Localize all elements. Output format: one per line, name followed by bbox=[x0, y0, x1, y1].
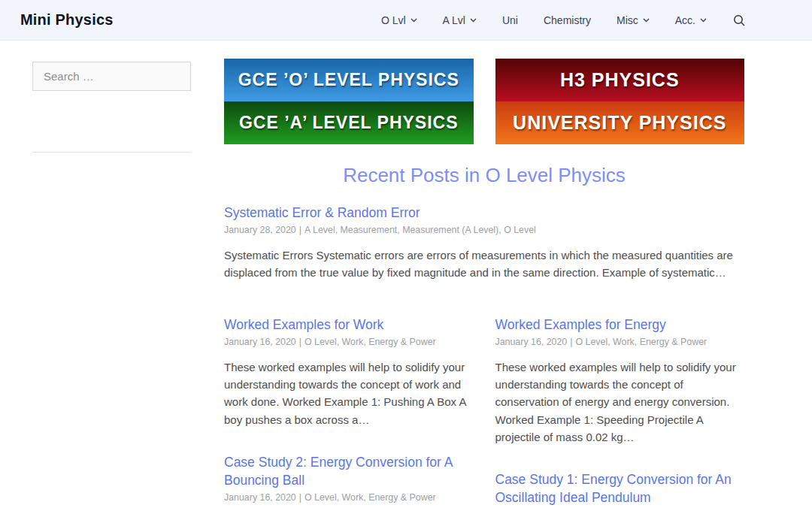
banner-gce-a-level-physics[interactable]: GCE ’A’ LEVEL PHYSICS bbox=[224, 101, 474, 144]
nav-item-label: Chemistry bbox=[544, 14, 591, 26]
post-meta: January 28, 2020|A Level, Measurement, M… bbox=[224, 225, 744, 235]
post-card: Systematic Error & Random Error January … bbox=[224, 204, 744, 282]
post-columns: Worked Examples for Work January 16, 202… bbox=[224, 291, 744, 511]
post-excerpt: These worked examples will help to solid… bbox=[224, 358, 474, 428]
meta-separator: | bbox=[296, 492, 304, 503]
nav-item-label: Uni bbox=[502, 14, 518, 26]
post-date: January 28, 2020 bbox=[224, 225, 296, 235]
post-title-link[interactable]: Worked Examples for Energy bbox=[495, 316, 745, 334]
post-meta: January 16, 2020|O Level, Work, Energy &… bbox=[224, 337, 474, 347]
nav-item-misc[interactable]: Misc bbox=[617, 14, 650, 26]
nav-item-acc[interactable]: Acc. bbox=[675, 14, 707, 26]
chevron-down-icon bbox=[411, 18, 417, 23]
meta-separator: | bbox=[296, 337, 304, 347]
nav-item-a-lvl[interactable]: A Lvl bbox=[443, 14, 477, 26]
main-content: GCE ’O’ LEVEL PHYSICS GCE ’A’ LEVEL PHYS… bbox=[224, 41, 744, 511]
post-date: January 16, 2020 bbox=[224, 337, 296, 347]
site-title[interactable]: Mini Physics bbox=[20, 11, 114, 29]
nav-item-label: O Lvl bbox=[381, 14, 406, 26]
post-column-right: Worked Examples for Energy January 16, 2… bbox=[495, 291, 745, 511]
post-categories[interactable]: O Level, Work, Energy & Power bbox=[575, 337, 707, 347]
banner-gce-o-level-physics[interactable]: GCE ’O’ LEVEL PHYSICS bbox=[224, 59, 474, 101]
banner-h3-physics[interactable]: H3 PHYSICS bbox=[495, 59, 745, 101]
nav-item-uni[interactable]: Uni bbox=[502, 14, 518, 26]
banner-h3-university-physics[interactable]: H3 PHYSICS UNIVERSITY PHYSICS bbox=[495, 59, 745, 144]
post-excerpt: These worked examples will help to solid… bbox=[495, 358, 745, 446]
post-title-link[interactable]: Worked Examples for Work bbox=[224, 316, 474, 334]
site-header: Mini Physics O Lvl A Lvl Uni Chemistry M… bbox=[0, 0, 812, 41]
banner-row: GCE ’O’ LEVEL PHYSICS GCE ’A’ LEVEL PHYS… bbox=[224, 59, 744, 144]
main-nav: O Lvl A Lvl Uni Chemistry Misc Acc. bbox=[381, 14, 746, 27]
chevron-down-icon bbox=[700, 18, 707, 23]
post-meta: January 16, 2020|O Level, Work, Energy &… bbox=[495, 337, 745, 347]
post-title-link[interactable]: Systematic Error & Random Error bbox=[224, 204, 744, 222]
post-date: January 16, 2020 bbox=[224, 492, 296, 503]
meta-separator: | bbox=[567, 337, 575, 347]
post-date: January 16, 2020 bbox=[495, 337, 568, 347]
post-title-link[interactable]: Case Study 2: Energy Conversion for A Bo… bbox=[224, 453, 474, 489]
nav-item-o-lvl[interactable]: O Lvl bbox=[381, 14, 417, 26]
banner-gce-level-physics[interactable]: GCE ’O’ LEVEL PHYSICS GCE ’A’ LEVEL PHYS… bbox=[224, 59, 474, 144]
sidebar-divider bbox=[32, 152, 191, 153]
sidebar bbox=[32, 41, 191, 511]
search-input[interactable] bbox=[32, 62, 191, 91]
nav-item-label: Acc. bbox=[675, 14, 695, 26]
post-column-left: Worked Examples for Work January 16, 202… bbox=[224, 291, 474, 511]
post-card: Case Study 1: Energy Conversion for An O… bbox=[495, 470, 745, 511]
post-meta: January 16, 2020|O Level, Work, Energy &… bbox=[224, 492, 474, 503]
nav-item-chemistry[interactable]: Chemistry bbox=[544, 14, 591, 26]
chevron-down-icon bbox=[470, 18, 477, 23]
post-card: Worked Examples for Work January 16, 202… bbox=[224, 316, 474, 428]
chevron-down-icon bbox=[643, 18, 650, 23]
post-categories[interactable]: O Level, Work, Energy & Power bbox=[304, 492, 436, 503]
nav-item-label: A Lvl bbox=[443, 14, 465, 26]
search-icon[interactable] bbox=[732, 14, 746, 27]
banner-university-physics[interactable]: UNIVERSITY PHYSICS bbox=[495, 101, 745, 144]
nav-item-label: Misc bbox=[617, 14, 638, 26]
post-categories[interactable]: A Level, Measurement, Measurement (A Lev… bbox=[304, 225, 536, 235]
post-categories[interactable]: O Level, Work, Energy & Power bbox=[304, 337, 436, 347]
post-excerpt: Systematic Errors Systematic errors are … bbox=[224, 246, 744, 282]
meta-separator: | bbox=[296, 225, 304, 235]
page-body: GCE ’O’ LEVEL PHYSICS GCE ’A’ LEVEL PHYS… bbox=[0, 41, 812, 511]
recent-posts-heading: Recent Posts in O Level Physics bbox=[224, 164, 744, 187]
post-card: Worked Examples for Energy January 16, 2… bbox=[495, 316, 745, 446]
post-card: Case Study 2: Energy Conversion for A Bo… bbox=[224, 453, 474, 511]
post-title-link[interactable]: Case Study 1: Energy Conversion for An O… bbox=[495, 470, 745, 506]
